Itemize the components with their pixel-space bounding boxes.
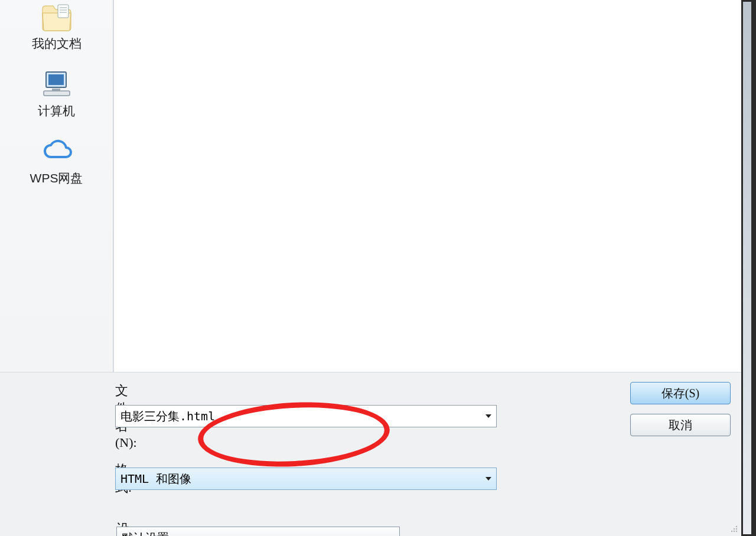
settings-value: 默认设置 xyxy=(122,530,169,537)
cancel-button-label: 取消 xyxy=(669,417,692,433)
window-edge-strip xyxy=(741,0,756,536)
file-list-area[interactable] xyxy=(113,0,741,372)
row-settings: 设置: 默认设置 xyxy=(0,520,741,536)
cancel-button[interactable]: 取消 xyxy=(630,414,731,436)
save-button[interactable]: 保存(S) xyxy=(630,382,731,404)
settings-combobox[interactable]: 默认设置 xyxy=(116,527,400,536)
save-button-label: 保存(S) xyxy=(662,385,699,401)
folder-documents-icon xyxy=(40,1,73,32)
save-options-panel: 文件名(N): 电影三分集.html 格式: HTML 和图像 设置: 默认设置 xyxy=(0,372,741,536)
filename-combobox[interactable]: 电影三分集.html xyxy=(115,405,497,427)
action-buttons: 保存(S) 取消 xyxy=(630,382,731,436)
sidebar-item-label: WPS网盘 xyxy=(30,170,83,187)
svg-point-8 xyxy=(736,526,737,527)
sidebar-item-label: 计算机 xyxy=(38,103,75,119)
chevron-down-icon xyxy=(484,412,493,420)
computer-icon xyxy=(40,68,73,99)
filename-label: 文件名(N): xyxy=(0,382,115,450)
resize-grip-icon[interactable] xyxy=(728,523,739,534)
format-combobox[interactable]: HTML 和图像 xyxy=(115,468,497,490)
svg-rect-5 xyxy=(48,74,64,85)
svg-point-13 xyxy=(736,531,737,532)
format-label: 格式: xyxy=(0,461,115,496)
sidebar-item-label: 我的文档 xyxy=(32,35,82,52)
sidebar-item-documents[interactable]: 我的文档 xyxy=(0,1,113,52)
svg-point-10 xyxy=(736,528,737,530)
sidebar-item-computer[interactable]: 计算机 xyxy=(0,68,113,119)
places-sidebar: 我的文档 计算机 xyxy=(0,0,113,372)
format-value: HTML 和图像 xyxy=(120,471,191,487)
settings-label: 设置: xyxy=(0,520,116,536)
filename-value: 电影三分集.html xyxy=(120,408,215,424)
dialog-upper: 我的文档 计算机 xyxy=(0,0,741,372)
sidebar-item-wps-cloud[interactable]: WPS网盘 xyxy=(0,136,113,187)
svg-point-12 xyxy=(734,531,735,532)
svg-rect-0 xyxy=(58,5,69,18)
save-for-web-dialog: 我的文档 计算机 xyxy=(0,0,741,536)
row-format: 格式: HTML 和图像 xyxy=(0,461,741,496)
chevron-down-icon xyxy=(387,534,396,536)
chevron-down-icon xyxy=(484,475,493,483)
svg-point-9 xyxy=(734,528,735,530)
svg-rect-7 xyxy=(44,91,70,96)
svg-point-11 xyxy=(731,531,732,532)
cloud-icon xyxy=(40,136,73,166)
